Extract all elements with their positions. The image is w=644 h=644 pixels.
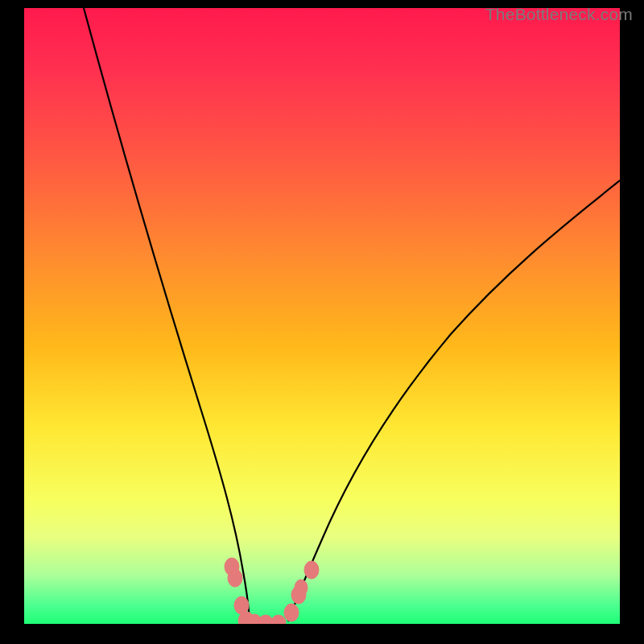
svg-point-7 [284,604,299,621]
marker-group [225,558,319,624]
svg-point-9 [295,580,308,596]
curve-right [288,180,620,621]
svg-point-10 [304,561,319,579]
chart-svg [24,8,620,624]
chart-frame [24,8,620,624]
curve-left [84,8,250,620]
svg-point-1 [228,569,242,587]
svg-point-5 [258,615,273,624]
watermark-text: TheBottleneck.com [485,5,633,24]
svg-point-6 [271,615,286,624]
